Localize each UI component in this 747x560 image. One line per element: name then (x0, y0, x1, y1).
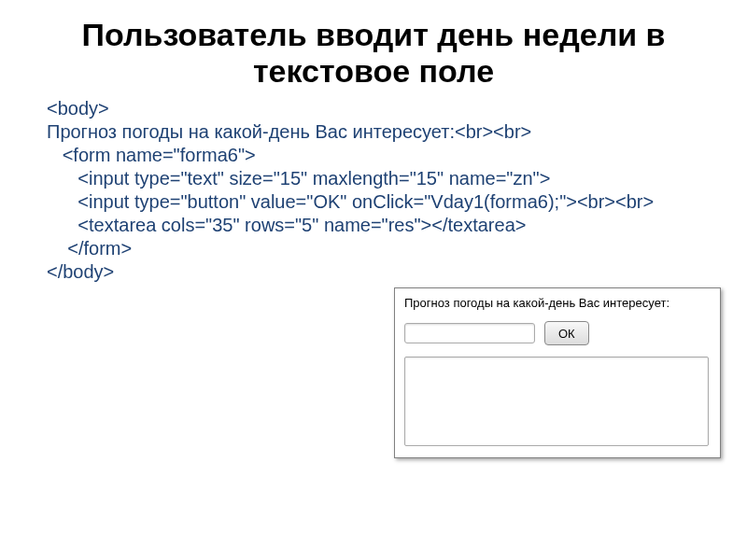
demo-prompt-label: Прогноз погоды на какой-день Вас интерес… (404, 296, 711, 310)
demo-input-row: ОК (404, 321, 711, 345)
slide-title: Пользователь вводит день недели в тексто… (0, 0, 747, 97)
day-input[interactable] (404, 323, 535, 343)
ok-button[interactable]: ОК (544, 321, 589, 345)
code-line: </form> (47, 237, 710, 260)
code-line: <input type="text" size="15" maxlength="… (47, 167, 710, 190)
code-line: Прогноз погоды на какой-день Вас интерес… (47, 120, 710, 144)
code-line: <form name="forma6"> (47, 144, 710, 167)
code-line: <body> (47, 97, 710, 120)
code-line: <input type="button" value="OK" onClick=… (47, 190, 710, 214)
code-listing: <body> Прогноз погоды на какой-день Вас … (0, 97, 747, 284)
result-textarea[interactable] (404, 357, 709, 446)
code-line: </body> (47, 260, 710, 284)
code-line: <textarea cols="35" rows="5" name="res">… (47, 214, 710, 237)
demo-panel: Прогноз погоды на какой-день Вас интерес… (394, 287, 721, 458)
